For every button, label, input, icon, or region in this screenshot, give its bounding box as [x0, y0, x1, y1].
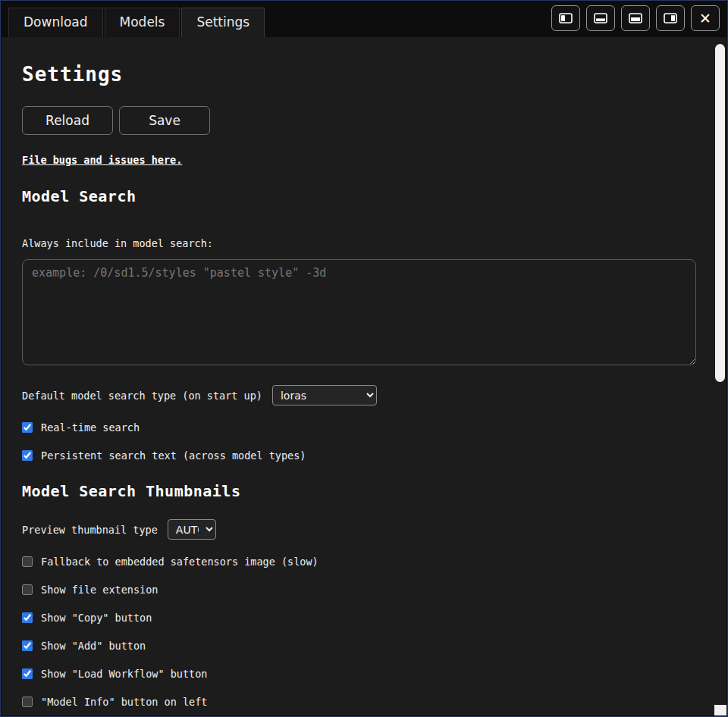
checkbox-label: Show "Copy" button — [41, 612, 152, 624]
scrollbar-thumb[interactable] — [715, 44, 725, 382]
dock-bottom-full-icon — [629, 13, 642, 23]
thumbnails-heading: Model Search Thumbnails — [22, 482, 693, 500]
realtime-search-checkbox[interactable] — [22, 422, 33, 433]
window-controls: ✕ — [551, 5, 720, 33]
checkbox-row-persistent-search: Persistent search text (across model typ… — [22, 449, 693, 462]
dock-bottom-button[interactable] — [586, 5, 615, 31]
checkbox-label: Show "Add" button — [41, 640, 146, 652]
dock-left-icon — [559, 13, 573, 23]
checkbox-row-model-info-left: "Model Info" button on left — [22, 696, 693, 708]
checkbox-label: Persistent search text (across model typ… — [41, 449, 306, 462]
tab-download[interactable]: Download — [8, 8, 103, 37]
preview-thumbnail-type-row: Preview thumbnail type AUTO — [22, 519, 693, 540]
tab-bar: Download Models Settings — [1, 1, 727, 37]
file-bugs-link[interactable]: File bugs and issues here. — [22, 154, 182, 166]
default-search-type-select[interactable]: loras — [272, 385, 377, 405]
tab-settings[interactable]: Settings — [181, 8, 265, 37]
checkbox-row-safetensors-fallback: Fallback to embedded safetensors image (… — [22, 556, 693, 568]
preview-thumbnail-type-label: Preview thumbnail type — [22, 524, 158, 536]
actions-row: Reload Save — [22, 106, 693, 135]
checkbox-label: Real-time search — [41, 421, 140, 434]
preview-thumbnail-type-select[interactable]: AUTO — [168, 519, 216, 540]
default-search-type-row: Default model search type (on start up) … — [22, 385, 693, 405]
checkbox-label: Show file extension — [41, 584, 158, 596]
checkbox-row-copy-button: Show "Copy" button — [22, 612, 693, 624]
dock-bottom-full-button[interactable] — [621, 5, 650, 31]
tab-group: Download Models Settings — [8, 8, 266, 37]
load-workflow-button-checkbox[interactable] — [22, 668, 33, 679]
model-search-heading: Model Search — [22, 187, 693, 205]
safetensors-fallback-checkbox[interactable] — [22, 556, 33, 567]
dock-bottom-icon — [594, 13, 607, 23]
checkbox-label: Show "Load Workflow" button — [41, 668, 207, 680]
close-icon: ✕ — [699, 11, 711, 26]
checkbox-row-realtime-search: Real-time search — [22, 421, 693, 434]
always-include-label: Always include in model search: — [22, 237, 693, 249]
scrollbar-corner — [714, 705, 726, 715]
default-search-type-label: Default model search type (on start up) — [22, 390, 262, 402]
close-button[interactable]: ✕ — [691, 5, 720, 31]
checkbox-label: "Model Info" button on left — [41, 696, 207, 708]
checkbox-row-load-workflow-button: Show "Load Workflow" button — [22, 668, 693, 680]
checkbox-label: Fallback to embedded safetensors image (… — [41, 556, 318, 568]
vertical-scrollbar[interactable] — [714, 38, 726, 715]
dock-right-icon — [664, 13, 677, 23]
always-include-textarea[interactable] — [22, 259, 696, 365]
model-info-left-checkbox[interactable] — [22, 697, 33, 707]
save-button[interactable]: Save — [119, 106, 210, 135]
settings-panel: Settings Reload Save File bugs and issue… — [2, 37, 726, 715]
dock-right-button[interactable] — [656, 5, 685, 31]
copy-button-checkbox[interactable] — [22, 612, 33, 623]
checkbox-row-file-extension: Show file extension — [22, 584, 693, 596]
page-title: Settings — [22, 63, 693, 86]
add-button-checkbox[interactable] — [22, 640, 33, 651]
dock-left-button[interactable] — [551, 5, 580, 31]
file-extension-checkbox[interactable] — [22, 584, 33, 595]
reload-button[interactable]: Reload — [22, 106, 113, 135]
persistent-search-checkbox[interactable] — [22, 450, 33, 461]
tab-models[interactable]: Models — [105, 8, 180, 37]
checkbox-row-add-button: Show "Add" button — [22, 640, 693, 652]
